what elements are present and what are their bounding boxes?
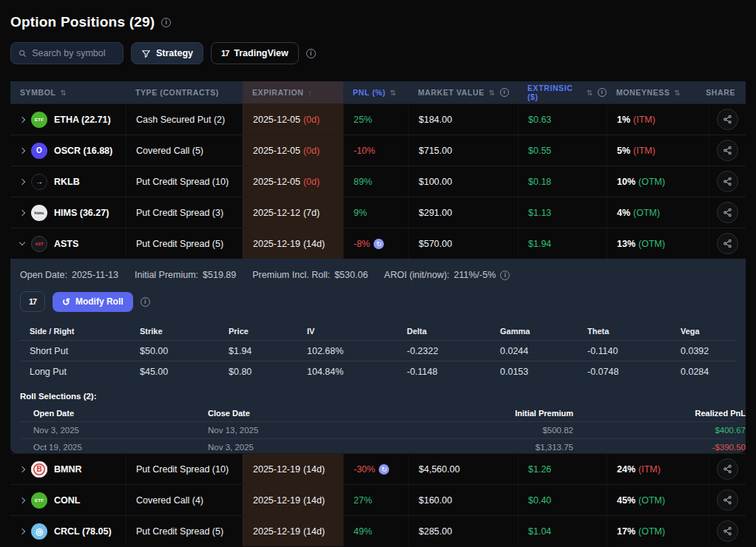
sort-icon[interactable]: ⇅ — [587, 89, 593, 97]
aroi-value: 211%/-5% — [454, 270, 496, 280]
sort-icon[interactable]: ⇅ — [675, 89, 681, 97]
column-header-moneyness[interactable]: MONEYNESS ⇅ — [607, 81, 709, 103]
symbol-label: CRCL (78.05) — [54, 526, 112, 537]
column-header-market-value[interactable]: MARKET VALUE ⇅ i — [408, 81, 518, 103]
collapse-chevron-icon[interactable] — [19, 239, 25, 245]
share-button[interactable] — [717, 109, 738, 130]
table-row[interactable]: ◎CRCL (78.05) Put Credit Spread (5) 2025… — [10, 515, 746, 546]
dte-badge: (0d) — [303, 177, 320, 187]
search-input[interactable] — [32, 48, 115, 58]
title-info-icon[interactable]: i — [161, 18, 171, 27]
position-actions: 17 ↺Modify Roll i — [20, 291, 736, 312]
extrinsic-cell: $1.04 — [518, 516, 607, 546]
symbol-label: ETHA (22.71) — [54, 115, 111, 125]
symbol-label: CONL — [54, 495, 80, 506]
sort-icon[interactable]: ⇅ — [390, 89, 396, 97]
extrinsic-info-icon[interactable]: i — [598, 88, 607, 97]
expand-chevron-icon[interactable] — [19, 147, 25, 153]
table-row[interactable]: →RKLB Put Credit Spread (10) 2025-12-05(… — [10, 166, 746, 197]
table-row[interactable]: OOSCR (16.88) Covered Call (5) 2025-12-0… — [10, 135, 746, 166]
strategy-filter-button[interactable]: Strategy — [131, 42, 203, 64]
tradingview-info-icon[interactable]: i — [306, 49, 316, 58]
sort-up-icon[interactable]: ↑ — [308, 89, 312, 97]
expiration-cell: 2025-12-05(0d) — [243, 104, 343, 135]
expand-chevron-icon[interactable] — [19, 466, 25, 472]
type-cell: Put Credit Spread (10) — [126, 166, 243, 197]
moneyness-cell: 24%(ITM) — [607, 454, 709, 484]
expand-chevron-icon[interactable] — [19, 209, 25, 215]
extrinsic-cell: $1.13 — [518, 197, 607, 228]
sort-icon[interactable]: ⇅ — [61, 89, 67, 97]
table-row[interactable]: himsHIMS (36.27) Put Credit Spread (3) 2… — [10, 197, 746, 228]
modify-roll-button[interactable]: ↺Modify Roll — [53, 292, 133, 312]
share-icon — [723, 146, 732, 155]
symbol-logo-hims: hims — [31, 205, 47, 221]
share-icon — [723, 115, 732, 124]
toolbar: Strategy 17 TradingView i — [10, 42, 746, 64]
pnl-cell: 89% — [343, 166, 408, 197]
column-header-pnl[interactable]: PNL (%) ⇅ — [343, 81, 408, 103]
share-button[interactable] — [717, 202, 738, 223]
history-icon: ↺ — [62, 297, 70, 307]
tradingview-logo-icon: 17 — [29, 297, 36, 306]
expiration-cell: 2025-12-12(7d) — [243, 197, 343, 228]
share-button[interactable] — [717, 458, 738, 480]
market-value-info-icon[interactable]: i — [500, 88, 509, 97]
share-button[interactable] — [717, 140, 738, 161]
column-header-symbol[interactable]: SYMBOL ⇅ — [10, 81, 126, 103]
expiration-cell: 2025-12-05(0d) — [243, 166, 343, 197]
premium-incl-roll-value: $530.06 — [334, 270, 368, 280]
aroi-label: AROI (init/now): — [384, 270, 449, 280]
aroi-info-icon[interactable]: i — [500, 271, 510, 280]
share-button[interactable] — [717, 489, 738, 511]
initial-premium-label: Initial Premium: — [135, 270, 198, 280]
moneyness-cell: 13%(OTM) — [607, 228, 709, 259]
share-icon — [723, 495, 732, 505]
table-row[interactable]: ETFCONL Covered Call (4) 2025-12-19(14d)… — [10, 484, 746, 515]
greeks-row-short-put: Short Put $50.00 $1.94 102.68% -0.2322 0… — [20, 340, 736, 361]
share-icon — [723, 208, 732, 217]
legs-greeks-table: Side / Right Strike Price IV Delta Gamma… — [20, 322, 736, 381]
share-button[interactable] — [717, 233, 738, 254]
moneyness-cell: 10%(OTM) — [607, 166, 709, 197]
extrinsic-cell: $0.18 — [518, 166, 607, 197]
expand-chevron-icon[interactable] — [19, 178, 25, 184]
expand-chevron-icon[interactable] — [19, 497, 25, 503]
rolled-position-badge-icon[interactable]: ↻ — [374, 239, 384, 249]
position-detail-panel: Open Date:2025-11-13 Initial Premium:$51… — [10, 259, 746, 453]
market-value-cell: $291.00 — [408, 197, 518, 228]
moneyness-cell: 4%(OTM) — [607, 197, 709, 228]
expand-chevron-icon[interactable] — [19, 116, 25, 122]
modify-roll-info-icon[interactable]: i — [141, 297, 150, 307]
share-button[interactable] — [717, 520, 738, 542]
table-row[interactable]: ETFETHA (22.71) Cash Secured Put (2) 202… — [10, 103, 746, 135]
column-header-expiration[interactable]: EXPIRATION ↑ — [243, 81, 343, 103]
market-value-cell: $4,560.00 — [408, 454, 518, 484]
type-cell: Put Credit Spread (10) — [126, 454, 243, 484]
pnl-cell: -10% — [343, 135, 408, 166]
type-cell: Put Credit Spread (5) — [126, 228, 243, 259]
realized-pnl-value: -$390.50 — [573, 443, 746, 452]
rolled-position-badge-icon[interactable]: ↻ — [379, 464, 389, 475]
column-header-extrinsic[interactable]: EXTRINSIC ($) ⇅ i — [518, 81, 607, 103]
expiration-cell: 2025-12-19(14d) — [243, 228, 343, 259]
extrinsic-cell: $0.55 — [518, 135, 607, 166]
symbol-label: BMNR — [54, 464, 82, 475]
search-box[interactable] — [10, 42, 124, 64]
roll-selections-title: Roll Selections (2): — [20, 392, 736, 401]
page-header: Option Positions (29) i — [10, 13, 746, 31]
tradingview-chart-button[interactable]: 17 — [20, 291, 45, 312]
symbol-logo-rklb: → — [31, 174, 47, 190]
expand-chevron-icon[interactable] — [19, 528, 25, 534]
extrinsic-cell: $1.94 — [518, 228, 607, 259]
dte-badge: (0d) — [303, 146, 320, 156]
extrinsic-cell: $0.63 — [518, 104, 607, 135]
tradingview-button[interactable]: 17 TradingView — [211, 42, 299, 64]
pnl-cell: 9% — [343, 197, 408, 228]
dte-badge: (14d) — [303, 464, 325, 475]
sort-icon[interactable]: ⇅ — [489, 89, 496, 97]
table-row-expanded[interactable]: ASTASTS Put Credit Spread (5) 2025-12-19… — [10, 228, 746, 259]
table-row[interactable]: BBMNR Put Credit Spread (10) 2025-12-19(… — [10, 453, 746, 484]
share-button[interactable] — [717, 171, 738, 192]
realized-pnl-value: $400.67 — [573, 426, 746, 435]
